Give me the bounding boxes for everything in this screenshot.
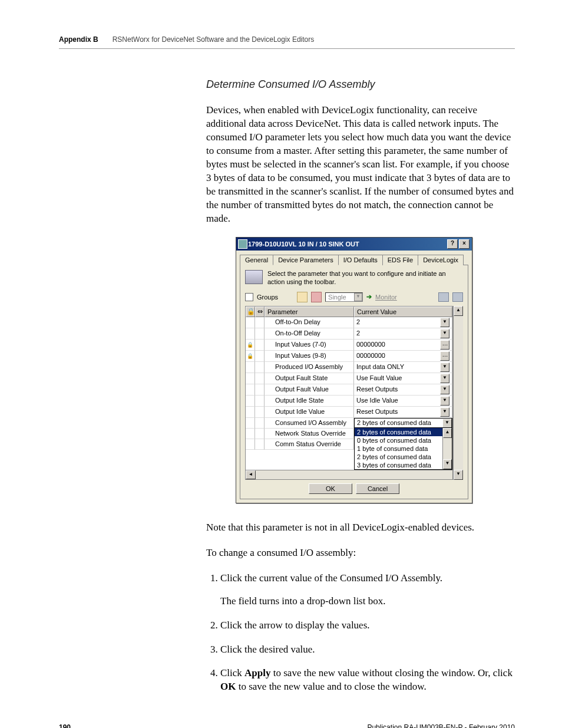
arrow-right-icon: ➔ (366, 293, 372, 301)
caret-down-icon: ▼ (354, 293, 362, 301)
horizontal-scrollbar[interactable]: ◄ (246, 470, 452, 479)
scroll-up-icon[interactable]: ▲ (454, 306, 463, 316)
table-row[interactable]: Output Fault Value Reset Outputs▼ (246, 384, 452, 396)
help-button[interactable]: ? (447, 239, 458, 249)
vertical-scrollbar[interactable]: ▲ ▼ (453, 306, 463, 480)
step-4: Click Apply to save the new value withou… (220, 667, 515, 694)
dropdown-option[interactable]: 1 byte of consumed data (355, 444, 442, 453)
section-heading: Determine Consumed I/O Assembly (206, 78, 515, 91)
step-2: Click the arrow to display the values. (220, 619, 515, 633)
header-title: RSNetWorx for DeviceNet Software and the… (113, 35, 315, 44)
window-icon (238, 239, 247, 249)
ellipsis-button[interactable]: … (440, 340, 449, 350)
toolbar-icon-3[interactable] (438, 292, 449, 302)
table-row[interactable]: 🔒 Input Values (7-0) 00000000… (246, 340, 452, 351)
dropdown-button[interactable]: ▼ (440, 329, 449, 338)
appendix-label: Appendix B (59, 35, 98, 44)
dialog-title: 1799-D10U10VL 10 IN / 10 SINK OUT (248, 241, 359, 248)
monitor-label[interactable]: Monitor (375, 294, 397, 301)
publication-info: Publication RA-UM003B-EN-P - February 20… (367, 723, 515, 728)
table-row[interactable]: Output Idle Value Reset Outputs▼ (246, 407, 452, 418)
header-rule (59, 48, 515, 49)
table-row[interactable]: Produced I/O Assembly Input data ONLY▼ (246, 362, 452, 373)
tab-device-parameters[interactable]: Device Parameters (273, 255, 339, 265)
col-current-value: Current Value (354, 307, 452, 317)
toolbar-icon-2[interactable] (311, 292, 322, 302)
intro-paragraph: Devices, when enabled with DeviceLogix f… (206, 104, 515, 225)
consumed-io-row[interactable]: Consumed I/O Assembly (265, 418, 354, 429)
scroll-down-icon[interactable]: ▼ (443, 459, 452, 469)
table-row[interactable]: Off-to-On Delay 2▼ (246, 317, 452, 328)
titlebar: 1799-D10U10VL 10 IN / 10 SINK OUT ? × (236, 238, 472, 251)
table-row[interactable]: Output Fault State Use Fault Value▼ (246, 373, 452, 384)
dropdown-option[interactable]: 0 bytes of consumed data (355, 436, 442, 444)
cancel-button[interactable]: Cancel (356, 483, 399, 494)
col-lock-icon: 🔒 (246, 307, 255, 317)
step-3: Click the desired value. (220, 643, 515, 657)
table-row[interactable]: Output Idle State Use Idle Value▼ (246, 396, 452, 407)
groups-label: Groups (257, 294, 278, 301)
dropdown-button[interactable]: ▼ (440, 385, 449, 394)
scroll-left-icon[interactable]: ◄ (246, 470, 256, 479)
dropdown-button[interactable]: ▼ (440, 363, 449, 372)
tab-general[interactable]: General (240, 255, 273, 265)
instruction-text: Select the parameter that you want to co… (267, 270, 463, 285)
toolbar-icon-1[interactable] (297, 292, 308, 302)
ok-button[interactable]: OK (309, 483, 352, 494)
dropdown-option[interactable]: 3 bytes of consumed data (355, 461, 442, 469)
tab-eds-file[interactable]: EDS File (382, 255, 418, 265)
parameter-grid: 🔒 ⇔ Parameter Current Value Off-to-On De… (245, 306, 463, 480)
groups-checkbox[interactable] (245, 293, 253, 301)
dropdown-option-selected[interactable]: 2 bytes of consumed data (355, 428, 442, 436)
close-button[interactable]: × (459, 239, 470, 249)
ellipsis-button[interactable]: … (440, 351, 449, 361)
consumed-io-value[interactable]: 2 bytes of consumed data (357, 419, 431, 427)
instruction-icon (245, 270, 263, 284)
table-row[interactable]: 🔒 Input Values (9-8) 00000000… (246, 351, 452, 362)
single-select[interactable]: Single ▼ (325, 292, 363, 302)
table-row[interactable]: On-to-Off Delay 2▼ (246, 328, 452, 340)
page-footer: 190 Publication RA-UM003B-EN-P - Februar… (59, 723, 515, 728)
dropdown-button[interactable]: ▼ (440, 396, 449, 406)
dropdown-button[interactable]: ▼ (440, 374, 449, 383)
dropdown-button[interactable]: ▼ (442, 419, 452, 428)
parameters-toolbar: Groups Single ▼ ➔ Monitor (245, 291, 463, 304)
toolbar-icon-4[interactable] (452, 292, 463, 302)
tab-strip: General Device Parameters I/O Defaults E… (236, 251, 472, 265)
step-1: Click the current value of the Consumed … (220, 572, 515, 608)
change-intro: To change a consumed I/O assembly: (206, 546, 515, 560)
tab-devicelogix[interactable]: DeviceLogix (418, 255, 464, 265)
scroll-down-icon[interactable]: ▼ (454, 470, 463, 480)
tab-io-defaults[interactable]: I/O Defaults (338, 255, 383, 265)
col-link-icon: ⇔ (255, 307, 265, 317)
scroll-up-icon[interactable]: ▲ (443, 428, 452, 438)
lock-icon: 🔒 (247, 342, 253, 348)
dialog-screenshot: 1799-D10U10VL 10 IN / 10 SINK OUT ? × Ge… (236, 237, 515, 503)
lock-icon: 🔒 (247, 353, 253, 359)
note-paragraph: Note that this parameter is not in all D… (206, 521, 515, 535)
dropdown-option[interactable]: 2 bytes of consumed data (355, 453, 442, 461)
steps-list: Click the current value of the Consumed … (206, 572, 515, 694)
dropdown-button[interactable]: ▼ (440, 318, 449, 327)
page-header: Appendix B RSNetWorx for DeviceNet Softw… (59, 35, 515, 44)
dropdown-button[interactable]: ▼ (440, 407, 449, 417)
consumed-io-dropdown[interactable]: 2 bytes of consumed data 0 bytes of cons… (354, 427, 452, 470)
page-number: 190 (59, 723, 71, 728)
col-parameter: Parameter (265, 307, 354, 317)
